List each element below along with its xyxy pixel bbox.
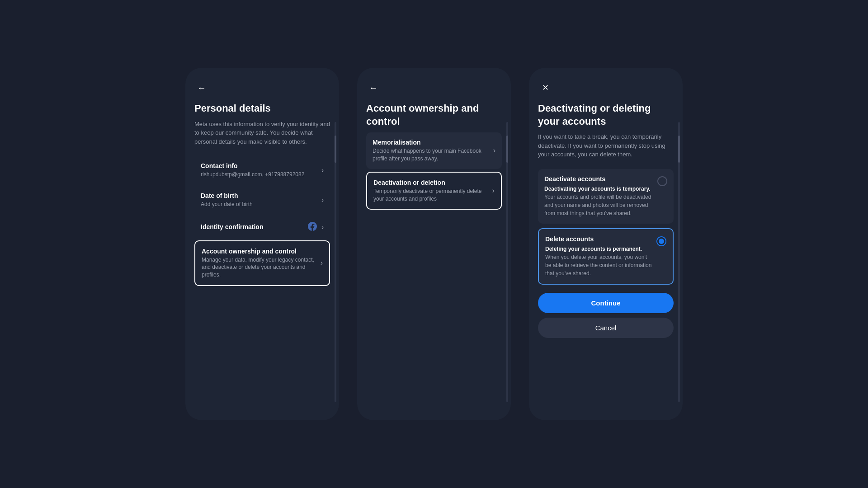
scrollbar-panel3[interactable] [678,122,680,402]
option-delete-content: Delete accounts Deleting your accounts i… [545,235,652,277]
menu-item-account-ownership-desc: Manage your data, modify your legacy con… [202,256,317,279]
chevron-icon-identity: › [321,223,324,231]
option-delete-title: Delete accounts [545,235,652,243]
radio-deactivate[interactable] [657,176,667,186]
scrollbar-panel2[interactable] [506,122,508,402]
close-icon: ✕ [542,83,549,93]
facebook-icon [308,222,317,233]
radio-delete[interactable] [656,236,666,246]
menu-item-deactivation-content: Deactivation or deletion Temporarily dea… [373,179,489,203]
panel-account-ownership: ← Account ownership and control Memorial… [357,68,511,420]
menu-item-dob-desc: Add your date of birth [201,201,318,208]
chevron-icon: › [321,166,324,174]
menu-item-dob[interactable]: Date of birth Add your date of birth › [194,186,330,215]
menu-item-deactivation[interactable]: Deactivation or deletion Temporarily dea… [366,172,502,210]
scrollbar-thumb-panel2 [506,136,508,163]
page-title-panel3: Deactivating or deleting your accounts [538,102,674,128]
chevron-icon-memorialisation: › [493,146,495,155]
menu-item-contact-desc: rishupdubstp@gmail.com, +917988792082 [201,171,318,178]
menu-item-deactivation-title: Deactivation or deletion [373,179,489,186]
menu-item-identity[interactable]: Identity confirmation › [194,216,330,239]
menu-item-dob-content: Date of birth Add your date of birth [201,192,318,208]
menu-item-deactivation-desc: Temporarily deactivate or permanently de… [373,188,489,203]
chevron-icon-dob: › [321,196,324,204]
cancel-button[interactable]: Cancel [538,318,674,338]
option-deactivate[interactable]: Deactivate accounts Deactivating your ac… [538,169,674,224]
back-arrow-icon-2: ← [369,83,378,93]
menu-item-account-ownership-title: Account ownership and control [202,248,317,255]
option-deactivate-content: Deactivate accounts Deactivating your ac… [544,175,653,217]
back-arrow-icon: ← [197,83,206,93]
chevron-icon-ownership: › [321,259,323,267]
scrollbar[interactable] [335,122,336,402]
menu-item-identity-content: Identity confirmation [201,223,304,232]
continue-button[interactable]: Continue [538,293,674,313]
menu-item-identity-title: Identity confirmation [201,223,304,230]
page-subtitle-panel1: Meta uses this information to verify you… [194,120,330,146]
menu-item-contact[interactable]: Contact info rishupdubstp@gmail.com, +91… [194,156,330,185]
option-delete[interactable]: Delete accounts Deleting your accounts i… [538,228,674,285]
menu-item-contact-title: Contact info [201,162,318,169]
scrollbar-thumb-panel3 [678,136,680,163]
back-button-panel1[interactable]: ← [194,80,209,95]
menu-item-memorialisation-title: Memorialisation [373,139,490,146]
option-deactivate-desc: Deactivating your accounts is temporary.… [544,185,653,217]
option-delete-desc: Deleting your accounts is permanent. Whe… [545,245,652,277]
panel-personal-details: ← Personal details Meta uses this inform… [185,68,339,420]
page-subtitle-panel3: If you want to take a break, you can tem… [538,132,674,159]
chevron-icon-deactivation: › [492,187,495,195]
panel-deactivating: ✕ Deactivating or deleting your accounts… [529,68,683,420]
menu-item-account-ownership-content: Account ownership and control Manage you… [202,248,317,279]
menu-item-memorialisation[interactable]: Memorialisation Decide what happens to y… [366,132,502,169]
menu-item-memorialisation-desc: Decide what happens to your main Faceboo… [373,147,490,163]
page-title-panel1: Personal details [194,102,330,115]
scrollbar-thumb [335,136,336,163]
menu-item-account-ownership[interactable]: Account ownership and control Manage you… [194,240,330,286]
menu-item-dob-title: Date of birth [201,192,318,199]
page-title-panel2: Account ownership and control [366,102,502,128]
close-button[interactable]: ✕ [538,80,552,95]
menu-item-contact-content: Contact info rishupdubstp@gmail.com, +91… [201,162,318,178]
radio-delete-inner [659,239,664,244]
menu-item-memorialisation-content: Memorialisation Decide what happens to y… [373,139,490,163]
back-button-panel2[interactable]: ← [366,80,381,95]
option-deactivate-title: Deactivate accounts [544,175,653,183]
